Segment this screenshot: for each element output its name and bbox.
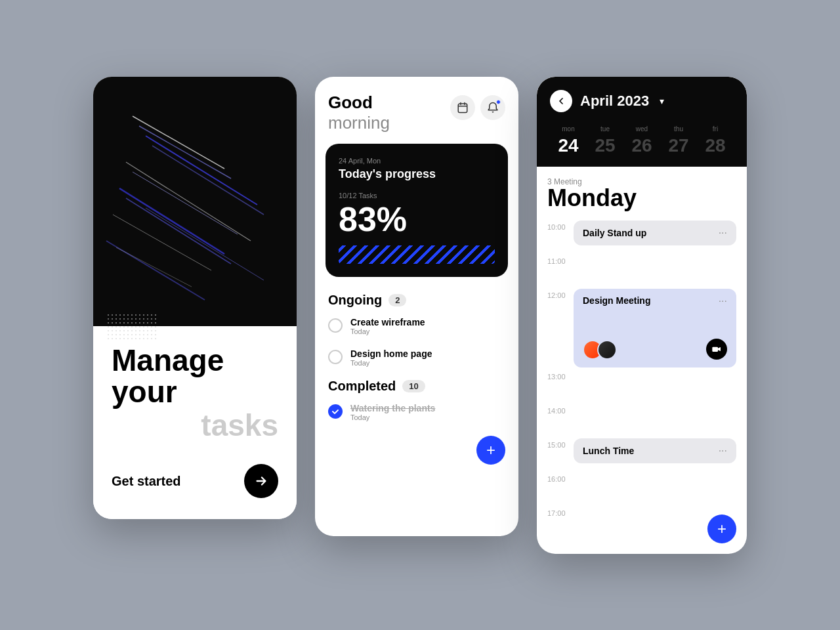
cal-day-wed[interactable]: wed 26: [623, 125, 660, 156]
completed-section-header: Completed 10: [315, 373, 518, 396]
time-row-1500: 15:00 Lunch Time ···: [547, 438, 736, 472]
svg-line-1: [139, 126, 231, 178]
cal-day-thu[interactable]: thu 27: [660, 125, 697, 156]
notification-icon-button[interactable]: [480, 95, 505, 120]
event-lunch-time[interactable]: Lunch Time ···: [574, 438, 736, 463]
task-checkbox-design-homepage[interactable]: [328, 350, 343, 364]
svg-line-9: [146, 208, 264, 280]
add-event-button[interactable]: +: [707, 514, 736, 543]
task-create-wireframe-date: Today: [350, 327, 425, 335]
task-watering-plants-name: Watering the plants: [350, 403, 435, 413]
event-daily-standup[interactable]: Daily Stand up ···: [574, 220, 736, 245]
cal-day-name-wed: wed: [636, 125, 648, 133]
task-design-homepage-name: Design home page: [350, 348, 432, 359]
event-design-meeting[interactable]: Design Meeting ···: [574, 289, 736, 368]
task-create-wireframe-info: Create wireframe Today: [350, 317, 425, 335]
progress-card: 24 April, Mon Today's progress 10/12 Tas…: [326, 144, 508, 277]
time-row-1400: 14:00: [547, 404, 736, 438]
ongoing-count: 2: [388, 294, 406, 306]
time-label-1500: 15:00: [547, 438, 574, 449]
svg-line-5: [133, 172, 238, 234]
calendar-nav: April 2023 ▾: [550, 90, 734, 112]
greeting-area: Good morning: [328, 93, 390, 133]
cal-day-num-28: 28: [705, 135, 725, 156]
event-lunch-time-menu[interactable]: ···: [719, 445, 727, 457]
header-icons: [450, 95, 505, 120]
task-create-wireframe: Create wireframe Today: [315, 310, 518, 342]
task-design-homepage: Design home page Today: [315, 342, 518, 373]
time-label-1300: 13:00: [547, 370, 574, 381]
card-manage-tasks: Manage your tasks Get started: [93, 77, 297, 520]
svg-line-11: [116, 247, 192, 287]
tasks-subtitle: tasks: [201, 408, 278, 442]
time-label-1700: 17:00: [547, 507, 574, 517]
cal-day-fri[interactable]: fri 28: [697, 125, 734, 156]
cal-day-num-25: 25: [595, 135, 615, 156]
time-label-1100: 11:00: [547, 255, 574, 265]
video-call-button[interactable]: [706, 339, 727, 360]
svg-rect-13: [712, 346, 718, 351]
manage-title-line2: your: [112, 375, 177, 409]
calendar-back-button[interactable]: [550, 90, 572, 112]
day-info: 3 Meeting Monday: [547, 177, 736, 210]
calendar-icon-button[interactable]: [450, 95, 475, 120]
progress-bar-fill: [339, 245, 495, 264]
time-label-1000: 10:00: [547, 220, 574, 231]
event-avatars: [583, 340, 617, 360]
time-content-1200: Design Meeting ···: [574, 289, 736, 370]
task-checkbox-watering-plants[interactable]: [328, 404, 343, 419]
calendar-days-row: mon 24 tue 25 wed 26 thu 27 fri 28: [550, 125, 734, 156]
progress-percentage: 83%: [339, 202, 495, 236]
time-row-1200: 12:00 Design Meeting ···: [547, 289, 736, 370]
event-design-meeting-name: Design Meeting: [583, 295, 650, 307]
time-content-1500: Lunch Time ···: [574, 438, 736, 466]
card-task-manager: Good morning: [315, 77, 518, 536]
add-task-button[interactable]: +: [476, 436, 505, 465]
calendar-header: April 2023 ▾ mon 24 tue 25 wed 26 thu: [537, 77, 747, 167]
time-row-1600: 16:00: [547, 472, 736, 507]
svg-rect-12: [458, 104, 467, 113]
progress-title: Today's progress: [339, 167, 495, 181]
cal-day-name-fri: fri: [713, 125, 718, 133]
get-started-label: Get started: [112, 474, 181, 489]
event-daily-standup-name: Daily Stand up: [583, 228, 646, 238]
ongoing-section-header: Ongoing 2: [315, 287, 518, 310]
event-design-meeting-header: Design Meeting ···: [583, 295, 727, 307]
progress-date: 24 April, Mon: [339, 157, 495, 165]
cal-day-num-27: 27: [668, 135, 688, 156]
completed-label: Completed: [328, 379, 396, 394]
day-title: Monday: [547, 186, 736, 210]
svg-line-4: [126, 162, 251, 241]
ongoing-label: Ongoing: [328, 293, 382, 308]
card1-footer: Get started: [112, 464, 278, 498]
greeting-good: Good: [328, 93, 390, 113]
task-design-homepage-info: Design home page Today: [350, 348, 432, 367]
plus-icon: +: [486, 441, 495, 459]
time-slots: 10:00 Daily Stand up ··· 11:00 12:00: [547, 220, 736, 541]
svg-line-6: [119, 188, 224, 254]
card1-hero: [93, 77, 297, 326]
get-started-button[interactable]: [244, 464, 278, 498]
cal-day-tue[interactable]: tue 25: [587, 125, 623, 156]
task-watering-plants-info: Watering the plants Today: [350, 403, 435, 421]
event-daily-standup-menu[interactable]: ···: [719, 227, 727, 239]
task-checkbox-create-wireframe[interactable]: [328, 318, 343, 333]
task-watering-plants: Watering the plants Today: [315, 396, 518, 428]
avatar-2: [597, 340, 617, 360]
manage-title-line1: Manage: [112, 343, 224, 377]
calendar-chevron-icon[interactable]: ▾: [660, 96, 664, 106]
task-design-homepage-date: Today: [350, 359, 432, 367]
cal-day-mon[interactable]: mon 24: [550, 125, 587, 156]
svg-line-2: [146, 136, 257, 205]
event-design-meeting-menu[interactable]: ···: [719, 295, 727, 307]
time-content-1000: Daily Stand up ···: [574, 220, 736, 248]
svg-line-3: [152, 146, 264, 215]
time-row-1000: 10:00 Daily Stand up ···: [547, 220, 736, 255]
cal-day-num-24: 24: [558, 135, 578, 156]
dots-decoration: [106, 313, 159, 339]
event-lunch-time-name: Lunch Time: [583, 446, 634, 456]
completed-count: 10: [402, 380, 425, 392]
time-row-1300: 13:00: [547, 370, 736, 404]
cal-day-name-thu: thu: [674, 125, 683, 133]
time-label-1600: 16:00: [547, 472, 574, 483]
